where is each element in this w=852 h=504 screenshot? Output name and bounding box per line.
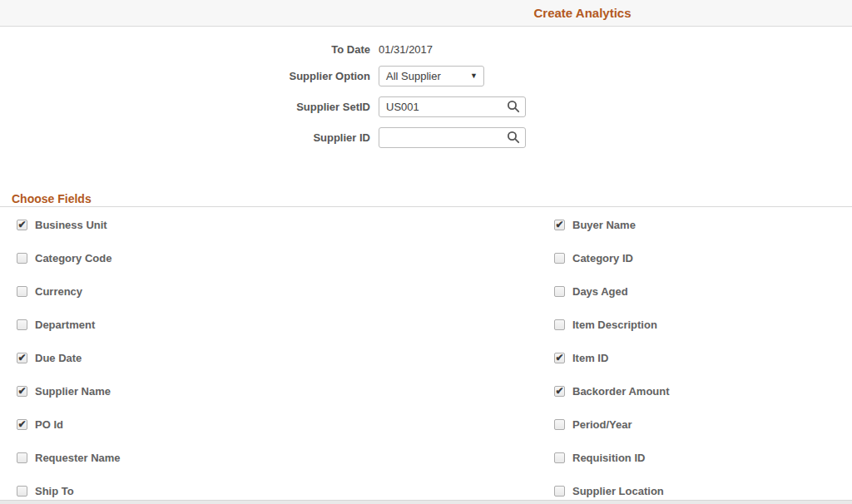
field-checkbox-row-left-3[interactable]: Department: [17, 318, 121, 331]
checkbox-unchecked[interactable]: [554, 419, 565, 430]
supplier-option-label: Supplier Option: [0, 70, 379, 82]
checkbox-checked[interactable]: ✔: [17, 386, 27, 397]
field-checkbox-row-right-8[interactable]: Supplier Location: [554, 484, 670, 497]
field-checkbox-row-right-6[interactable]: Period/Year: [554, 418, 670, 431]
field-checkbox-label: Requisition ID: [572, 452, 645, 464]
field-checkbox-label: Category Code: [35, 252, 111, 264]
supplier-setid-input[interactable]: [379, 96, 526, 117]
supplier-setid-input-wrap: [379, 96, 526, 117]
field-checkbox-row-right-5[interactable]: ✔Backorder Amount: [554, 384, 670, 398]
to-date-label: To Date: [0, 43, 379, 56]
supplier-setid-label: Supplier SetID: [0, 101, 379, 113]
supplier-id-label: Supplier ID: [0, 131, 379, 144]
field-checkbox-label: Days Aged: [572, 285, 628, 298]
checkbox-unchecked[interactable]: [554, 253, 565, 264]
field-checkbox-row-left-4[interactable]: ✔Due Date: [17, 351, 121, 364]
checkbox-checked[interactable]: ✔: [554, 220, 565, 230]
checkbox-unchecked[interactable]: [554, 286, 565, 297]
field-checkbox-label: Due Date: [35, 352, 82, 364]
supplier-id-row: Supplier ID: [0, 127, 526, 148]
checkbox-checked[interactable]: ✔: [17, 419, 27, 430]
field-checkbox-label: Supplier Name: [35, 385, 111, 398]
field-checkbox-label: Ship To: [35, 485, 74, 497]
field-checkbox-row-right-4[interactable]: ✔Item ID: [554, 351, 670, 364]
checkbox-checked[interactable]: ✔: [17, 353, 27, 363]
section-divider: [0, 206, 852, 207]
checkbox-unchecked[interactable]: [554, 486, 565, 497]
field-checkbox-label: Period/Year: [572, 418, 632, 431]
field-checkbox-row-left-8[interactable]: Ship To: [17, 484, 121, 497]
field-checkbox-row-left-7[interactable]: Requester Name: [17, 451, 121, 464]
supplier-id-input[interactable]: [379, 127, 526, 148]
supplier-option-select[interactable]: All Supplier ▼: [379, 66, 484, 86]
checkbox-checked[interactable]: ✔: [17, 220, 27, 230]
supplier-option-row: Supplier Option All Supplier ▼: [0, 66, 484, 86]
checkbox-checked[interactable]: ✔: [554, 386, 565, 397]
bottom-divider-strip: [0, 500, 852, 504]
supplier-id-input-wrap: [379, 127, 526, 148]
checkbox-unchecked[interactable]: [17, 286, 27, 297]
supplier-setid-row: Supplier SetID: [0, 96, 526, 117]
dropdown-arrow-icon: ▼: [470, 72, 478, 80]
field-checkbox-row-right-1[interactable]: Category ID: [554, 251, 670, 264]
field-checkbox-row-left-5[interactable]: ✔Supplier Name: [17, 384, 121, 398]
field-checkbox-label: Item Description: [572, 319, 657, 331]
page-title: Create Analytics: [534, 6, 632, 20]
field-checkbox-row-right-0[interactable]: ✔Buyer Name: [554, 218, 670, 231]
top-bar: [0, 0, 852, 27]
field-checkbox-row-right-3[interactable]: Item Description: [554, 318, 670, 331]
to-date-value: 01/31/2017: [379, 43, 433, 56]
field-checkbox-label: Buyer Name: [572, 219, 636, 231]
field-checkbox-label: Department: [35, 319, 95, 331]
choose-fields-left-column: ✔Business UnitCategory CodeCurrencyDepar…: [17, 218, 121, 497]
field-checkbox-label: Item ID: [572, 352, 608, 364]
field-checkbox-row-left-2[interactable]: Currency: [17, 284, 121, 298]
checkbox-unchecked[interactable]: [17, 452, 27, 463]
field-checkbox-label: PO Id: [35, 418, 63, 431]
choose-fields-right-column: ✔Buyer NameCategory IDDays AgedItem Desc…: [554, 218, 670, 497]
field-checkbox-row-left-1[interactable]: Category Code: [17, 251, 121, 264]
field-checkbox-label: Category ID: [572, 252, 633, 264]
field-checkbox-label: Business Unit: [35, 219, 107, 231]
field-checkbox-label: Supplier Location: [572, 485, 664, 497]
checkbox-unchecked[interactable]: [17, 486, 27, 497]
to-date-row: To Date 01/31/2017: [0, 43, 433, 56]
field-checkbox-label: Requester Name: [35, 452, 121, 464]
field-checkbox-row-right-2[interactable]: Days Aged: [554, 284, 670, 298]
field-checkbox-row-left-0[interactable]: ✔Business Unit: [17, 218, 121, 231]
field-checkbox-row-right-7[interactable]: Requisition ID: [554, 451, 670, 464]
checkbox-checked[interactable]: ✔: [554, 353, 565, 363]
search-icon[interactable]: [507, 131, 520, 144]
checkbox-unchecked[interactable]: [554, 452, 565, 463]
field-checkbox-label: Backorder Amount: [572, 385, 670, 398]
supplier-option-selected-value: All Supplier: [386, 70, 441, 82]
field-checkbox-label: Currency: [35, 285, 82, 298]
checkbox-unchecked[interactable]: [17, 319, 27, 330]
checkbox-unchecked[interactable]: [17, 253, 27, 264]
field-checkbox-row-left-6[interactable]: ✔PO Id: [17, 418, 121, 431]
choose-fields-heading: Choose Fields: [12, 192, 92, 205]
checkbox-unchecked[interactable]: [554, 319, 565, 330]
search-icon[interactable]: [507, 100, 520, 113]
